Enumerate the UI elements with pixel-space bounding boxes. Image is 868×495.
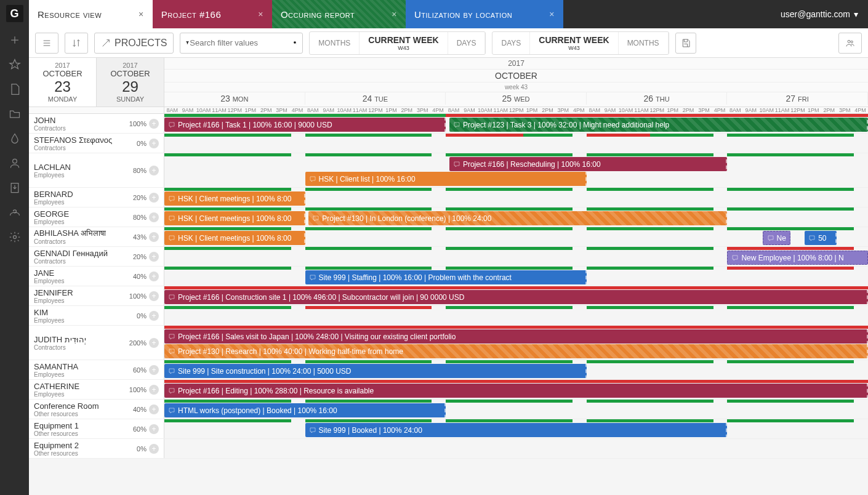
add-task-button[interactable]: + [149, 404, 159, 414]
task-bar[interactable]: New Employee | 100% 8:00 | N [727, 251, 868, 265]
nav-days[interactable]: DAYS [448, 32, 486, 54]
day-col[interactable]: 25 WED [446, 92, 587, 105]
nav-months[interactable]: MONTHS [310, 32, 360, 54]
add-task-button[interactable]: + [149, 193, 159, 203]
task-bar[interactable]: Project #123 | Task 3 | 100% 32:00 | Mig… [449, 118, 868, 132]
time-nav-left[interactable]: MONTHS CURRENT WEEKW43 DAYS [309, 31, 486, 55]
nav-days-2[interactable]: DAYS [492, 32, 530, 54]
list-view-button[interactable] [35, 33, 58, 54]
resource-label[interactable]: Equipment 2Other resources0%+ [29, 439, 164, 458]
plus-icon[interactable] [8, 33, 22, 47]
search-input[interactable] [190, 38, 293, 47]
add-task-button[interactable]: + [149, 311, 159, 321]
nav-months-2[interactable]: MONTHS [619, 32, 669, 54]
task-bar[interactable]: HTML works (postponed) | Booked | 100% 1… [164, 403, 446, 417]
close-icon[interactable]: × [392, 9, 397, 19]
resource-timeline[interactable]: Project #166 | Task 1 | 100% 16:00 | 900… [164, 114, 868, 133]
add-task-button[interactable]: + [149, 424, 159, 434]
task-bar[interactable]: HSK | Client meetings | 100% 8:00 [164, 211, 305, 225]
sort-button[interactable] [65, 33, 88, 54]
resource-timeline[interactable]: Site 999 | Site construction | 100% 24:0… [164, 360, 868, 379]
task-bar[interactable]: Site 999 | Staffing | 100% 16:00 | Probl… [305, 270, 587, 284]
resource-label[interactable]: JOHNContractors100%+ [29, 114, 164, 133]
people-button[interactable] [838, 33, 862, 54]
resource-timeline[interactable]: Project #166 | Construction site 1 | 100… [164, 286, 868, 305]
resource-label[interactable]: GENNADI ГеннадийContractors20%+ [29, 247, 164, 266]
resource-timeline[interactable]: Project #166 | Rescheduling | 100% 16:00… [164, 153, 868, 187]
resource-label[interactable]: GEORGEEmployees80%+ [29, 207, 164, 227]
add-task-button[interactable]: + [149, 212, 159, 222]
resource-label[interactable]: ABHILASHA अभिलाषाContractors43%+ [29, 227, 164, 246]
resource-label[interactable]: SAMANTHAEmployees60%+ [29, 360, 164, 379]
task-bar[interactable]: HSK | Client meetings | 100% 8:00 [164, 231, 305, 245]
save-button[interactable] [675, 33, 696, 54]
projects-button[interactable]: PROJECTS [94, 33, 174, 54]
tab-utilization-by-location[interactable]: Utilization by location× [406, 0, 563, 28]
add-task-button[interactable]: + [149, 166, 159, 175]
add-task-button[interactable]: + [149, 119, 159, 129]
add-task-button[interactable]: + [149, 444, 159, 454]
add-task-button[interactable]: + [149, 385, 159, 395]
task-bar[interactable]: Project #130 | Research | 100% 40:00 | W… [164, 344, 868, 358]
resource-label[interactable]: LACHLANEmployees80%+ [29, 153, 164, 187]
task-bar[interactable]: Project #166 | Construction site 1 | 100… [164, 290, 868, 304]
task-bar[interactable]: Project #166 | Rescheduling | 100% 16:00 [449, 157, 727, 171]
gear-icon[interactable] [8, 230, 22, 244]
gantt-grid[interactable]: JOHNContractors100%+Project #166 | Task … [29, 114, 868, 495]
resource-timeline[interactable]: Project #166 | Sales visit to Japan | 10… [164, 326, 868, 360]
resource-label[interactable]: Equipment 1Other resources60%+ [29, 419, 164, 438]
person-icon[interactable] [8, 156, 22, 170]
resource-label[interactable]: BERNARDEmployees20%+ [29, 188, 164, 207]
nav-current-week[interactable]: CURRENT WEEKW43 [360, 32, 448, 54]
user-menu[interactable]: user@ganttic.com ▾ [771, 0, 868, 28]
task-bar[interactable]: Project #130 | In London (conference) | … [308, 211, 727, 225]
day-col[interactable]: 26 THU [587, 92, 728, 105]
day-col[interactable]: 23 MON [164, 92, 305, 105]
file-icon[interactable] [8, 82, 22, 96]
date-box[interactable]: 2017OCTOBER23MONDAY [29, 58, 97, 107]
task-bar[interactable]: Site 999 | Booked | 100% 24:00 [305, 423, 728, 437]
resource-timeline[interactable] [164, 439, 868, 458]
task-bar[interactable]: Project #166 | Task 1 | 100% 16:00 | 900… [164, 118, 446, 132]
resource-label[interactable]: STEFANOS ΣτεφανοςContractors0%+ [29, 134, 164, 153]
nav-current-week-2[interactable]: CURRENT WEEKW43 [530, 32, 618, 54]
add-task-button[interactable]: + [149, 291, 159, 301]
close-icon[interactable]: × [258, 9, 263, 19]
resource-timeline[interactable]: Project #166 | Editing | 100% 288:00 | R… [164, 380, 868, 399]
tab-project-166[interactable]: Project #166× [153, 0, 272, 28]
task-bar[interactable]: Ne [763, 231, 791, 245]
time-nav-right[interactable]: DAYS CURRENT WEEKW43 MONTHS [492, 31, 669, 55]
resource-label[interactable]: CATHERINEEmployees100%+ [29, 380, 164, 399]
star-icon[interactable] [8, 58, 22, 71]
task-bar[interactable]: Site 999 | Site construction | 100% 24:0… [164, 364, 587, 378]
filter-search[interactable] [180, 33, 303, 54]
drop-icon[interactable] [8, 132, 22, 145]
task-bar[interactable]: 50 [805, 231, 836, 245]
tab-occuring-report[interactable]: Occuring report× [272, 0, 406, 28]
resource-timeline[interactable]: HTML works (postponed) | Booked | 100% 1… [164, 400, 868, 419]
date-box[interactable]: 2017OCTOBER29SUNDAY [97, 58, 164, 107]
resource-timeline[interactable]: New Employee | 100% 8:00 | N [164, 247, 868, 266]
logo[interactable]: G [6, 5, 23, 22]
task-bar[interactable]: HSK | Client meetings | 100% 8:00 [164, 191, 305, 206]
add-task-button[interactable]: + [149, 272, 159, 281]
resource-label[interactable]: Conference RoomOther resources40%+ [29, 400, 164, 419]
task-bar[interactable]: Project #166 | Sales visit to Japan | 10… [164, 329, 868, 344]
day-col[interactable]: 24 TUE [305, 92, 446, 105]
help-icon[interactable] [8, 206, 22, 219]
add-task-button[interactable]: + [149, 338, 159, 348]
import-icon[interactable] [8, 181, 22, 195]
resource-label[interactable]: JUDITH יְהוּדִיתContractors200%+ [29, 326, 164, 360]
task-bar[interactable]: Project #166 | Editing | 100% 288:00 | R… [164, 384, 868, 398]
resource-timeline[interactable]: Site 999 | Staffing | 100% 16:00 | Probl… [164, 267, 868, 286]
add-task-button[interactable]: + [149, 232, 159, 242]
resource-timeline[interactable]: HSK | Client meetings | 100% 8:00 [164, 188, 868, 207]
resource-label[interactable]: KIMEmployees0%+ [29, 306, 164, 325]
resource-timeline[interactable] [164, 134, 868, 153]
resource-timeline[interactable] [164, 306, 868, 325]
close-icon[interactable]: × [139, 9, 144, 19]
folder-icon[interactable] [8, 107, 22, 121]
resource-timeline[interactable]: HSK | Client meetings | 100% 8:00Ne50 [164, 227, 868, 246]
resource-timeline[interactable]: Site 999 | Booked | 100% 24:00 [164, 419, 868, 438]
add-task-button[interactable]: + [149, 365, 159, 375]
